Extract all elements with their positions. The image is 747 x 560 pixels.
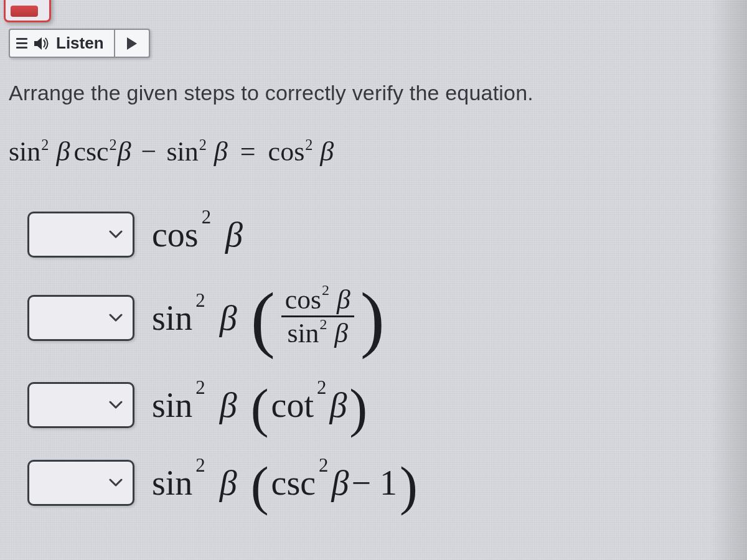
tok: cos	[152, 217, 199, 252]
listen-button[interactable]: Listen	[10, 30, 115, 57]
target-equation: sin 2 β csc 2 β − sin 2 β = cos 2 β	[9, 136, 334, 167]
tok: cot	[271, 388, 314, 422]
listen-toolbar: Listen	[9, 29, 150, 58]
tok: sin	[287, 318, 319, 348]
eq-beta: β	[118, 136, 131, 167]
rparen: )	[400, 459, 418, 513]
tok: sin	[152, 465, 192, 500]
order-select-2[interactable]	[27, 295, 134, 341]
order-select-3[interactable]	[27, 382, 134, 428]
step-row-1: cos 2 β	[27, 212, 418, 258]
step-expr-4: sin 2 β ( csc 2 β − 1 )	[152, 455, 418, 510]
eq-sq: 2	[199, 136, 207, 154]
instruction-text: Arrange the given steps to correctly ver…	[9, 81, 747, 105]
svg-marker-1	[127, 37, 137, 50]
tok: 2	[195, 456, 205, 475]
eq-sin1: sin	[9, 136, 40, 167]
svg-marker-0	[34, 37, 42, 50]
eq-cos: cos	[268, 136, 305, 167]
tok: β	[331, 465, 349, 500]
question-header-fragment	[4, 0, 51, 22]
eq-equals: =	[240, 136, 256, 167]
lparen: (	[251, 381, 269, 436]
eq-sq: 2	[305, 136, 312, 154]
tok: − 1	[351, 465, 397, 500]
eq-beta: β	[320, 136, 334, 167]
order-select-4[interactable]	[27, 460, 134, 506]
chevron-down-icon	[109, 401, 123, 409]
step-row-4: sin 2 β ( csc 2 β − 1 )	[27, 455, 418, 510]
chevron-down-icon	[109, 230, 123, 239]
lparen: (	[251, 459, 269, 513]
eq-beta: β	[214, 136, 228, 167]
step-row-2: sin 2 β ( cos2 β sin2 β )	[27, 281, 418, 355]
lparen: (	[251, 282, 275, 356]
tok: β	[225, 217, 243, 252]
step-expr-3: sin 2 β ( cot 2 β )	[152, 378, 367, 432]
fraction: cos2 β sin2 β	[281, 286, 354, 347]
tok: β	[220, 388, 237, 422]
tok: sin	[152, 388, 192, 422]
step-row-3: sin 2 β ( cot 2 β )	[27, 378, 418, 432]
rparen: )	[360, 282, 385, 356]
step-expr-2: sin 2 β ( cos2 β sin2 β )	[152, 281, 385, 355]
rparen: )	[349, 381, 367, 436]
tok: β	[334, 318, 348, 348]
ordering-steps: cos 2 β sin 2 β ( cos2 β	[27, 212, 418, 510]
eq-sq: 2	[110, 136, 117, 154]
tok: 2	[319, 456, 328, 475]
chevron-down-icon	[109, 478, 123, 487]
tok: 2	[319, 316, 327, 332]
menu-icon	[16, 38, 27, 49]
eq-csc: csc	[73, 136, 108, 167]
eq-sin2: sin	[166, 136, 198, 167]
tok: cos	[285, 284, 321, 314]
tok: 2	[195, 378, 205, 398]
play-icon	[126, 37, 138, 50]
chevron-down-icon	[109, 314, 123, 322]
order-select-1[interactable]	[27, 212, 134, 258]
tok: 2	[202, 208, 211, 227]
speaker-icon	[34, 36, 50, 51]
step-expr-1: cos 2 β	[152, 217, 243, 252]
tok: sin	[152, 301, 192, 335]
tok: 2	[322, 282, 329, 298]
tok: β	[337, 284, 350, 314]
tok: csc	[271, 465, 316, 500]
tok: 2	[195, 291, 205, 310]
tok: β	[329, 388, 347, 422]
eq-sq: 2	[41, 136, 49, 154]
play-button[interactable]	[115, 30, 149, 57]
tok: 2	[317, 378, 326, 398]
tok: β	[220, 465, 237, 500]
listen-label: Listen	[56, 34, 104, 53]
eq-beta: β	[56, 136, 70, 167]
eq-minus: −	[141, 136, 157, 167]
tok: β	[220, 301, 237, 335]
